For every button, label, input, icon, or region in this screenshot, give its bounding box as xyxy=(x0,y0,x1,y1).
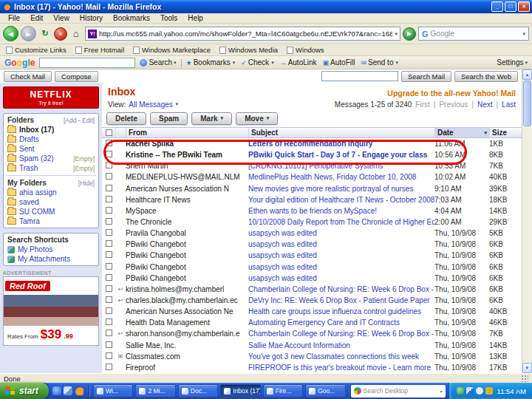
shortcut-item[interactable]: My Photos xyxy=(6,245,96,254)
date-column-header[interactable]: Date ▾ xyxy=(434,128,489,137)
message-checkbox[interactable] xyxy=(106,151,112,157)
menu-item[interactable]: View xyxy=(48,14,75,22)
action-button[interactable]: Spam xyxy=(150,112,188,125)
message-subject-link[interactable]: usapsych was edited xyxy=(248,240,434,248)
shortcut-item[interactable]: My Attachments xyxy=(6,254,96,264)
compose-button[interactable]: Compose xyxy=(55,71,98,82)
google-toolbar-settings[interactable]: Settings xyxy=(497,58,528,66)
message-subject-link[interactable]: Health care groups issue influenza contr… xyxy=(248,307,434,316)
minimize-button[interactable]: _ xyxy=(491,1,503,12)
close-button[interactable]: × xyxy=(518,1,530,12)
scrollbar-track[interactable] xyxy=(522,127,532,363)
subject-column-header[interactable]: Subject xyxy=(248,128,434,137)
maximize-button[interactable]: □ xyxy=(505,1,516,12)
red-roof-ad[interactable]: Red Roof Rates From $39 .99 xyxy=(3,276,99,346)
netflix-ad[interactable]: NETFLIX Try it free! xyxy=(3,86,99,109)
empty-folder-link[interactable]: [Empty] xyxy=(73,155,95,163)
message-subject-link[interactable]: Your digital edition of Healthcare IT Ne… xyxy=(248,196,434,204)
message-row[interactable]: Sallie Mae, Inc. Sallie Mae Account Info… xyxy=(102,340,522,351)
reload-button[interactable]: ↻ xyxy=(38,27,52,41)
message-subject-link[interactable]: 10/10/2008 Daily Report from The Chronic… xyxy=(248,218,434,226)
bookmark-item[interactable]: Free Hotmail xyxy=(75,46,124,54)
message-subject-link[interactable]: usapsych was edited xyxy=(248,263,434,271)
message-row[interactable]: ↩ charles.black@my.chamberlain.ec DeVry … xyxy=(102,295,522,306)
message-checkbox[interactable] xyxy=(106,341,112,348)
go-button[interactable]: ▶ xyxy=(403,27,416,41)
scroll-down-arrow[interactable]: ▼ xyxy=(522,363,532,373)
message-subject-link[interactable]: You've got 3 new Classmates connections … xyxy=(248,352,434,361)
message-checkbox[interactable] xyxy=(106,185,112,191)
select-all-checkbox[interactable] xyxy=(102,128,115,137)
taskbar-window-button[interactable]: 2 Mi... xyxy=(135,384,175,398)
message-subject-link[interactable]: Chamberlain College of Nursing: RE: Week… xyxy=(248,285,434,293)
message-row[interactable]: American Nurses Association N New movies… xyxy=(102,183,522,194)
message-checkbox[interactable] xyxy=(106,173,112,180)
taskbar-window-button[interactable]: Fire... xyxy=(263,384,303,398)
message-row[interactable]: MEDLINEPLUS-HWS@MAIL.NLM MedlinePlus Hea… xyxy=(102,171,522,183)
empty-folder-link[interactable]: [Empty] xyxy=(73,165,95,172)
menu-item[interactable]: Help xyxy=(183,14,208,22)
window-titlebar[interactable]: Inbox (17) - Yahoo! Mail - Mozilla Firef… xyxy=(0,0,532,13)
pager-next-link[interactable]: Next xyxy=(477,100,493,109)
home-button[interactable]: ⌂ xyxy=(69,27,83,41)
messenger-icon[interactable] xyxy=(485,387,493,395)
folder-item[interactable]: Sent xyxy=(6,144,96,154)
google-toolbar-search-input[interactable] xyxy=(39,58,135,68)
menu-item[interactable]: Tools xyxy=(155,14,183,22)
google-desktop-search[interactable]: Search Desktop ▾ xyxy=(351,385,446,398)
menu-item[interactable]: History xyxy=(75,14,108,22)
message-subject-link[interactable]: Automating Emergency Care and IT Contrac… xyxy=(248,318,434,327)
taskbar-window-button[interactable]: Goo... xyxy=(305,384,345,398)
action-button[interactable]: Delete xyxy=(106,112,146,125)
message-checkbox[interactable] xyxy=(106,251,112,258)
network-icon[interactable] xyxy=(466,387,474,395)
start-button[interactable]: start xyxy=(0,383,49,399)
back-button[interactable]: ◀ xyxy=(3,26,18,41)
bookmark-item[interactable]: Windows Media xyxy=(219,46,278,54)
message-row[interactable]: Sherri Martin [CRDKNG.10101] Perioperati… xyxy=(102,160,522,171)
scroll-up-arrow[interactable]: ▲ xyxy=(522,69,532,80)
message-checkbox[interactable] xyxy=(106,352,112,359)
message-row[interactable]: ↩ kristina.holmes@my.chamberl Chamberlai… xyxy=(102,284,522,295)
message-row[interactable]: Health Data Management Automating Emerge… xyxy=(102,317,522,328)
message-row[interactable]: Pravila Changobal usapsych was edited Th… xyxy=(102,228,522,239)
google-toolbar-item[interactable]: ✓ Check xyxy=(241,58,273,66)
volume-icon[interactable] xyxy=(476,387,483,395)
google-toolbar-item[interactable]: → AutoLink xyxy=(280,58,317,66)
message-checkbox[interactable] xyxy=(106,263,112,270)
taskbar-clock[interactable]: 11:54 AM xyxy=(497,387,526,395)
message-checkbox[interactable] xyxy=(106,229,112,236)
message-row[interactable]: PBwiki Changebot usapsych was edited Thu… xyxy=(102,239,522,250)
scrollbar-thumb[interactable] xyxy=(523,81,531,126)
message-subject-link[interactable]: MedlinePlus Health News, Friday October … xyxy=(248,173,434,181)
message-checkbox[interactable] xyxy=(106,218,112,225)
from-column-header[interactable]: From xyxy=(126,128,248,137)
message-checkbox[interactable] xyxy=(106,364,112,370)
my-folder-item[interactable]: saved xyxy=(6,197,96,207)
google-toolbar-item[interactable]: ✉ Send to xyxy=(361,58,398,66)
message-row[interactable]: Healthcare IT News Your digital edition … xyxy=(102,194,522,205)
message-checkbox[interactable] xyxy=(106,318,112,325)
resize-grip[interactable] xyxy=(521,375,528,382)
security-shield-icon[interactable] xyxy=(457,387,464,395)
bookmark-item[interactable]: Windows xyxy=(287,46,324,54)
show-desktop-icon[interactable] xyxy=(64,386,72,395)
my-folder-item[interactable]: SU COMM xyxy=(6,207,96,216)
message-row[interactable]: PBwiki Changebot usapsych was edited Thu… xyxy=(102,273,522,284)
message-row[interactable]: PBwiki Changebot usapsych was edited Thu… xyxy=(102,262,522,273)
message-subject-link[interactable]: PBwiki Quick Start - Day 3 of 7 - Engage… xyxy=(248,151,434,159)
message-subject-link[interactable]: usapsych was edited xyxy=(248,251,434,259)
taskbar-window-button[interactable]: Inbox (17) - Y... xyxy=(220,384,260,398)
taskbar-window-button[interactable]: Doc... xyxy=(178,384,218,398)
message-subject-link[interactable]: [CRDKNG.10101] Perioperative Systems xyxy=(248,162,434,170)
action-button[interactable]: Move xyxy=(236,112,278,125)
stop-button[interactable]: × xyxy=(54,27,67,41)
message-checkbox[interactable] xyxy=(106,196,112,202)
firefox-icon[interactable] xyxy=(75,386,83,395)
folder-item[interactable]: Drafts xyxy=(6,134,96,144)
google-toolbar-item[interactable]: ★ Bookmarks xyxy=(186,58,236,66)
mail-search-input[interactable] xyxy=(321,71,398,81)
folder-item[interactable]: Inbox (17) xyxy=(6,125,96,134)
message-row[interactable]: The Chronicle 10/10/2008 Daily Report fr… xyxy=(102,216,522,228)
google-toolbar-search-button[interactable]: Search ▾ xyxy=(140,58,176,66)
